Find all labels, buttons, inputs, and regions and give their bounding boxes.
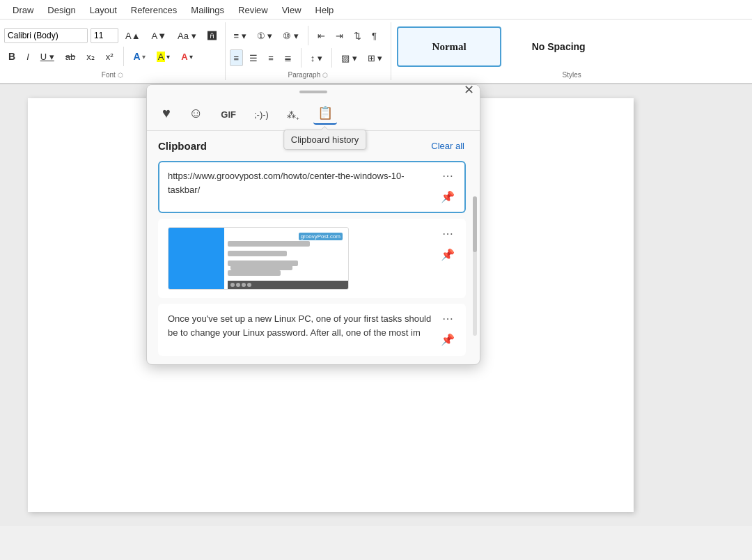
- font-group-content: A▲ A▼ Aa ▾ 🅰 B I U ▾ ab x₂ x²: [4, 24, 221, 70]
- ribbon-groups: A▲ A▼ Aa ▾ 🅰 B I U ▾ ab x₂ x²: [0, 20, 752, 83]
- paragraph-expand-icon[interactable]: ⬡: [322, 72, 328, 79]
- ss-taskbar-dot1: [230, 283, 235, 287]
- clip-item-2-pin-btn[interactable]: 📌: [439, 247, 456, 263]
- styles-group-content: Normal No Spacing: [395, 24, 748, 70]
- clipboard-item-2-actions: ⋯ 📌: [439, 227, 456, 263]
- panel-drag-handle[interactable]: [147, 85, 480, 96]
- gif-label: GIF: [221, 109, 236, 120]
- italic-btn[interactable]: I: [22, 48, 33, 65]
- drag-bar: [299, 91, 327, 93]
- kaomoji-btn[interactable]: ;-)-): [250, 102, 273, 124]
- borders-btn[interactable]: ⊞ ▾: [363, 49, 387, 66]
- clear-all-btn[interactable]: Clear all: [427, 139, 469, 153]
- clip-item-1-pin-btn[interactable]: 📌: [439, 189, 456, 205]
- ss-cursor-line: [230, 265, 292, 270]
- clipboard-btn-wrapper: 📋 Clipboard history: [313, 102, 337, 125]
- sort-btn[interactable]: ⇅: [350, 27, 366, 44]
- styles-group-label: Styles: [395, 70, 748, 80]
- clipboard-btn[interactable]: 📋: [313, 102, 337, 125]
- justify-btn[interactable]: ≣: [280, 49, 296, 66]
- font-color-A-btn[interactable]: A ▾: [130, 48, 150, 65]
- font-group: A▲ A▼ Aa ▾ 🅰 B I U ▾ ab x₂ x²: [0, 22, 226, 80]
- clipboard-item-2[interactable]: groovyPost.com: [158, 219, 466, 298]
- kaomoji-label: ;-): [254, 109, 263, 120]
- styles-group: Normal No Spacing Styles: [391, 22, 752, 80]
- paragraph-row1: ≡ ▾ ① ▾ ⑩ ▾ ⇤ ⇥ ⇅ ¶: [230, 26, 387, 45]
- menu-help[interactable]: Help: [308, 3, 341, 17]
- paragraph-row2: ≡ ☰ ≡ ≣ ↕ ▾ ▨ ▾ ⊞ ▾: [230, 48, 387, 68]
- panel-scrollbar: [473, 196, 477, 336]
- ss-line4: [228, 270, 281, 276]
- shading-btn[interactable]: ▨ ▾: [337, 49, 361, 66]
- clipboard-item-1[interactable]: https://www.groovypost.com/howto/center-…: [158, 161, 466, 213]
- paragraph-controls: ≡ ▾ ① ▾ ⑩ ▾ ⇤ ⇥ ⇅ ¶ ≡ ☰ ≡ ≣: [230, 26, 387, 68]
- increase-indent-btn[interactable]: ⇥: [331, 27, 347, 44]
- panel-close-btn[interactable]: ✕: [464, 84, 474, 98]
- paragraph-group-label: Paragraph ⬡: [230, 70, 387, 80]
- menu-view[interactable]: View: [275, 3, 308, 17]
- highlight-btn[interactable]: A▾: [152, 48, 175, 65]
- menu-draw[interactable]: Draw: [6, 3, 40, 17]
- subscript-btn[interactable]: x₂: [82, 48, 99, 65]
- strikethrough-btn[interactable]: ab: [61, 48, 79, 65]
- panel-title: Clipboard: [158, 140, 207, 152]
- document-area: ✕ ♥ ☺ GIF ;-)-) ⁂+ 📋 Cl: [0, 84, 752, 526]
- menu-bar: Draw Design Layout References Mailings R…: [0, 0, 752, 20]
- clip-item-1-menu-btn[interactable]: ⋯: [441, 169, 455, 183]
- clipboard-item-3[interactable]: Once you've set up a new Linux PC, one o…: [158, 304, 466, 356]
- favorites-icon: ♥: [162, 105, 171, 120]
- clip-item-3-menu-btn[interactable]: ⋯: [441, 312, 455, 326]
- numbering-btn[interactable]: ① ▾: [253, 27, 277, 44]
- emoji-btn[interactable]: ☺: [185, 102, 207, 124]
- ss-taskbar: [228, 281, 348, 289]
- menu-design[interactable]: Design: [40, 3, 82, 17]
- menu-review[interactable]: Review: [231, 3, 275, 17]
- font-expand-icon[interactable]: ⬡: [118, 72, 123, 79]
- align-center-btn[interactable]: ☰: [245, 49, 262, 66]
- symbols-btn[interactable]: ⁂+: [283, 102, 304, 125]
- font-case-btn[interactable]: Aa ▾: [173, 27, 201, 44]
- ss-line1: [228, 241, 310, 247]
- font-clear-btn[interactable]: 🅰: [203, 27, 221, 44]
- clip-item-3-pin-btn[interactable]: 📌: [439, 332, 456, 348]
- clipboard-item-1-actions: ⋯ 📌: [439, 169, 456, 205]
- style-normal[interactable]: Normal: [397, 26, 501, 67]
- ss-taskbar-dot2: [236, 283, 240, 287]
- align-right-btn[interactable]: ≡: [264, 49, 278, 66]
- font-row1: A▲ A▼ Aa ▾ 🅰: [4, 27, 221, 44]
- clip-item-2-menu-btn[interactable]: ⋯: [441, 227, 455, 241]
- font-family-input[interactable]: [4, 28, 88, 43]
- decrease-indent-btn[interactable]: ⇤: [313, 27, 329, 44]
- clipboard-item-2-image-wrapper: groovyPost.com: [168, 227, 434, 290]
- font-group-label: Font ⬡: [4, 70, 221, 80]
- separator1: [123, 47, 124, 66]
- bold-btn[interactable]: B: [4, 48, 19, 65]
- ribbon: Draw Design Layout References Mailings R…: [0, 0, 752, 84]
- clipboard-item-3-text: Once you've set up a new Linux PC, one o…: [168, 312, 434, 339]
- font-size-input[interactable]: [91, 28, 118, 43]
- favorites-btn[interactable]: ♥: [158, 102, 175, 124]
- menu-references[interactable]: References: [124, 3, 184, 17]
- clipboard-item-3-actions: ⋯ 📌: [439, 312, 456, 348]
- clipboard-list: https://www.groovypost.com/howto/center-…: [158, 161, 469, 356]
- font-color-btn[interactable]: A▾: [177, 48, 196, 65]
- style-no-spacing[interactable]: No Spacing: [506, 26, 611, 67]
- symbols-icon: ⁂+: [287, 109, 299, 120]
- menu-layout[interactable]: Layout: [83, 3, 124, 17]
- line-spacing-btn[interactable]: ↕ ▾: [306, 49, 327, 66]
- panel-scrollbar-thumb[interactable]: [473, 196, 477, 252]
- ss-taskbar-dot3: [242, 283, 246, 287]
- align-left-btn[interactable]: ≡: [230, 49, 244, 66]
- ss-lines: groovyPost.com: [228, 231, 345, 280]
- font-grow-btn[interactable]: A▲: [121, 27, 145, 44]
- show-marks-btn[interactable]: ¶: [368, 27, 381, 44]
- underline-btn[interactable]: U ▾: [36, 48, 58, 65]
- sep2: [308, 26, 308, 45]
- superscript-btn[interactable]: x²: [102, 48, 118, 65]
- font-shrink-btn[interactable]: A▼: [148, 27, 171, 44]
- bullets-btn[interactable]: ≡ ▾: [230, 27, 251, 44]
- menu-mailings[interactable]: Mailings: [184, 3, 231, 17]
- ss-cursor-row: [228, 265, 345, 270]
- gif-btn[interactable]: GIF: [217, 102, 240, 124]
- multilevel-btn[interactable]: ⑩ ▾: [279, 27, 303, 44]
